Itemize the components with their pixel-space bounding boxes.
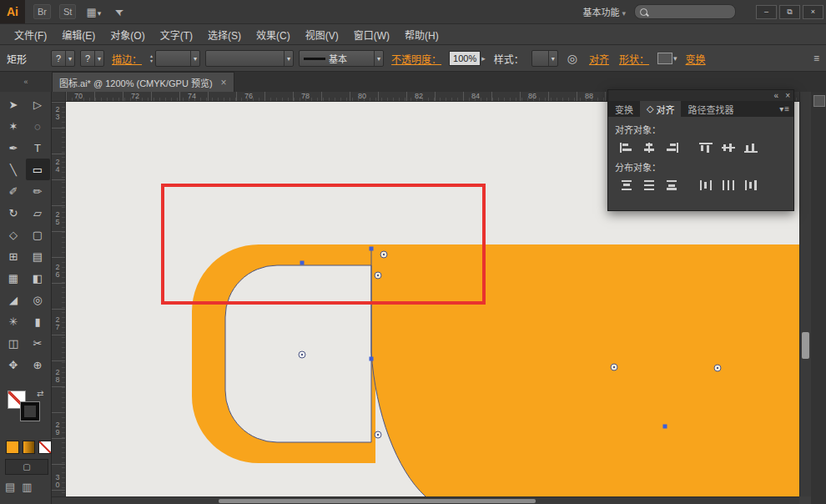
opacity-slider-icon[interactable]: ▸ (481, 54, 486, 63)
free-transform-tool[interactable]: ▢ (26, 224, 50, 245)
close-button[interactable]: × (803, 5, 823, 19)
search-box[interactable] (634, 4, 736, 19)
vertical-scrollbar-thumb[interactable] (802, 332, 809, 359)
blend-tool[interactable]: ◎ (26, 289, 50, 310)
shape-panel-link[interactable]: 形状： (619, 52, 649, 66)
direct-selection-tool[interactable]: ▷ (26, 93, 50, 115)
swap-fill-stroke-icon[interactable]: ⇄ (37, 389, 43, 398)
target-indicator[interactable] (375, 431, 381, 438)
vertical-align-top-button[interactable] (694, 139, 717, 156)
pen-tool[interactable]: ✒ (2, 137, 26, 159)
menu-item[interactable]: 选择(S) (200, 28, 249, 42)
menu-item[interactable]: 文字(T) (153, 28, 200, 42)
menu-item[interactable]: 对象(O) (103, 28, 152, 42)
horizontal-align-left-button[interactable] (615, 139, 637, 156)
column-graph-tool[interactable]: ▮ (26, 310, 50, 332)
fill-color-select[interactable]: ?▾ (51, 50, 75, 67)
arrange-documents-icon[interactable]: ▦▾ (86, 6, 104, 18)
artboard-tool[interactable]: ◫ (2, 332, 26, 354)
horizontal-distribute-left-button[interactable] (694, 177, 717, 194)
artwork-main-shape[interactable] (371, 244, 799, 496)
brush-definition-select[interactable]: 基本▾ (299, 50, 384, 67)
draw-mode-button[interactable]: ▢ (5, 459, 48, 475)
close-panel-icon[interactable]: × (785, 91, 790, 100)
symbol-sprayer-tool[interactable]: ✳ (2, 310, 26, 332)
vertical-align-center-button[interactable] (717, 139, 739, 156)
menu-item[interactable]: 帮助(H) (397, 28, 446, 42)
style-select[interactable]: ▾ (531, 50, 558, 67)
horizontal-distribute-right-button[interactable] (739, 177, 762, 194)
tab-pathfinder[interactable]: 路径查找器 (681, 101, 740, 117)
feather-icon[interactable]: ➤ (113, 4, 126, 19)
document-close-icon[interactable]: × (221, 77, 227, 88)
recolor-artwork-icon[interactable]: ◎ (567, 52, 577, 65)
scale-tool[interactable]: ▱ (26, 202, 50, 224)
width-profile-select[interactable]: ▾ (205, 50, 294, 67)
stroke-weight-stepper[interactable]: ▴▾ (150, 53, 153, 63)
target-indicator[interactable] (714, 365, 721, 371)
stroke-panel-link[interactable]: 描边： (112, 52, 142, 66)
vertical-scrollbar[interactable] (799, 92, 811, 496)
magic-wand-tool[interactable]: ✶ (2, 115, 26, 137)
paintbrush-tool[interactable]: ✐ (2, 180, 26, 202)
document-tab[interactable]: 图标.ai* @ 1200% (CMYK/GPU 预览) × (52, 72, 234, 92)
workspace-switcher[interactable]: 基本功能▾ (582, 5, 626, 18)
search-input[interactable] (651, 7, 730, 18)
perspective-grid-tool[interactable]: ▤ (26, 245, 50, 267)
change-screen-mode-button[interactable]: ▤ (5, 481, 15, 493)
anchor-point[interactable] (370, 357, 374, 361)
vertical-align-bottom-button[interactable] (739, 139, 762, 156)
type-tool[interactable]: T (26, 137, 50, 159)
restore-button[interactable]: ⧉ (779, 5, 800, 19)
gradient-tool[interactable]: ◧ (26, 267, 50, 289)
menu-item[interactable]: 窗口(W) (346, 28, 397, 42)
rotate-tool[interactable]: ↻ (2, 202, 26, 224)
horizontal-align-right-button[interactable] (660, 139, 682, 156)
mesh-tool[interactable]: ▦ (2, 267, 26, 289)
hand-tool[interactable]: ✥ (2, 354, 26, 375)
panel-menu-icon[interactable]: ▾≡ (779, 101, 793, 117)
lasso-tool[interactable]: ◌ (26, 115, 50, 137)
slice-tool[interactable]: ✂ (26, 332, 50, 354)
opacity-field[interactable]: 100% (449, 51, 481, 66)
vertical-ruler[interactable]: 2324252627282930 (52, 102, 66, 496)
target-indicator[interactable] (375, 272, 381, 279)
horizontal-scrollbar-thumb[interactable] (219, 499, 536, 503)
gradient-swatch-button[interactable] (23, 441, 36, 454)
target-indicator[interactable] (611, 364, 617, 370)
tab-transform[interactable]: 变换 (608, 101, 640, 117)
anchor-point[interactable] (663, 425, 667, 429)
selection-tool[interactable]: ➤ (2, 93, 26, 115)
bridge-button[interactable]: Br (33, 4, 51, 19)
target-indicator[interactable] (380, 251, 387, 258)
stroke-weight-select[interactable]: ▾ (155, 50, 200, 67)
horizontal-distribute-center-button[interactable] (717, 177, 739, 194)
options-menu-icon[interactable]: ≡ (813, 53, 819, 64)
eyedropper-tool[interactable]: ◢ (2, 289, 26, 310)
vertical-distribute-bottom-button[interactable] (660, 177, 682, 194)
stock-button[interactable]: St (59, 4, 76, 19)
stroke-proxy-swatch[interactable] (21, 402, 39, 421)
artwork-ring-shape[interactable] (192, 244, 375, 463)
target-indicator[interactable] (299, 351, 305, 358)
pencil-tool[interactable]: ✏ (26, 180, 50, 202)
transform-panel-link[interactable]: 变换 (686, 52, 706, 66)
vertical-distribute-center-button[interactable] (637, 177, 660, 194)
minimize-button[interactable]: – (756, 5, 777, 19)
collapse-panel-icon[interactable]: « (774, 91, 779, 100)
stroke-color-select[interactable]: ?▾ (80, 50, 104, 67)
menu-item[interactable]: 文件(F) (7, 28, 54, 42)
rectangle-tool[interactable]: ▭ (26, 159, 50, 180)
anchor-point[interactable] (370, 247, 374, 251)
shape-widget-icon[interactable] (657, 53, 672, 64)
none-swatch-button[interactable] (38, 441, 52, 454)
zoom-tool[interactable]: ⊕ (26, 354, 50, 375)
tools-panel-header[interactable]: « (0, 72, 52, 93)
tab-align[interactable]: ◇对齐 (640, 101, 681, 117)
horizontal-scrollbar[interactable] (52, 496, 799, 504)
opacity-link[interactable]: 不透明度： (391, 52, 441, 66)
align-panel-link[interactable]: 对齐 (589, 52, 609, 66)
anchor-point[interactable] (300, 261, 305, 265)
ruler-corner[interactable] (52, 92, 66, 102)
width-tool[interactable]: ◇ (2, 224, 26, 245)
